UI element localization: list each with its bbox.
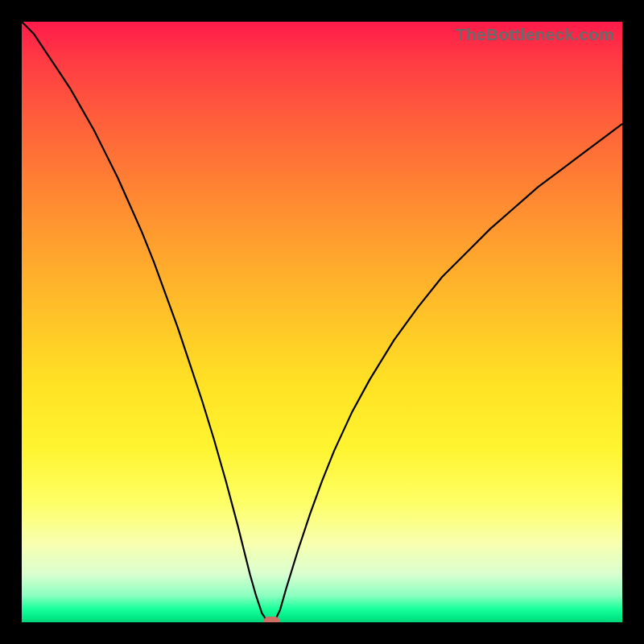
- bottleneck-curve: [22, 22, 622, 622]
- chart-frame: TheBottleneck.com: [0, 0, 644, 644]
- optimum-marker: [263, 617, 280, 622]
- plot-area: TheBottleneck.com: [22, 22, 622, 622]
- curve-path: [22, 22, 622, 622]
